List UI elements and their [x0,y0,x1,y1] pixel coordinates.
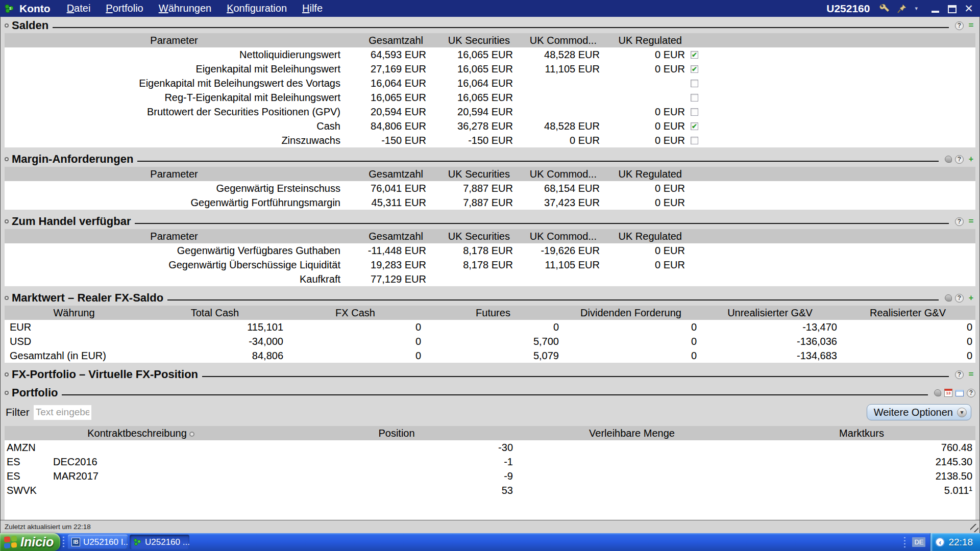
balance-row: Eigenkapital mit Beleihungswert des Vort… [5,76,975,90]
cell-total: 45,311 EUR [344,195,429,210]
section-toggle-icon[interactable] [5,219,9,223]
section-header-salden: Salden [1,18,979,33]
start-button[interactable]: Inicio [0,533,60,551]
section-toggle-icon[interactable] [5,296,9,300]
start-label: Inicio [20,535,54,549]
cell-price: 2145.30 [689,455,975,469]
sort-icon[interactable] [189,432,194,437]
margin-column-headers: Parameter Gesamtzahl UK Securities UK Co… [5,167,975,181]
cell-total: -150 EUR [344,133,429,147]
cell-parameter: Gegenwärtig Ersteinschuss [5,181,344,195]
help-icon[interactable] [955,21,964,30]
taskbar-item-tws-login[interactable]: IB U252160 I... [68,535,128,549]
calendar-icon[interactable] [944,389,952,397]
language-indicator[interactable]: DE [912,537,925,547]
minimize-button[interactable] [929,3,941,14]
cell-total: 27,169 EUR [344,62,429,76]
symbol: ES [5,455,53,469]
chevron-down-icon[interactable] [957,408,967,417]
row-checkbox[interactable]: ✔ [691,122,698,130]
cell-price: 5.011¹ [689,483,975,497]
cell-total: 84,806 EUR [344,119,429,133]
help-icon[interactable] [967,389,975,397]
section-title: Salden [12,19,48,32]
position-row: ESMAR2017 -9 2138.50 [5,469,975,483]
cell-uk-securities [429,272,516,286]
section-header-fx-portfolio: FX-Portfolio – Virtuelle FX-Position [1,367,979,382]
cell-dividenden: 0 [562,334,700,348]
more-options-button[interactable]: Weitere Optionen [867,404,971,420]
titlebar-dropdown-icon[interactable]: ▾ [915,5,918,12]
cell-uk-regulated: 0 EUR [603,47,688,62]
row-checkbox[interactable] [691,80,698,87]
cell-position: -30 [235,440,516,455]
collapse-icon[interactable] [967,217,975,226]
taskbar-item-account-window[interactable]: U252160 ... [130,535,189,549]
section-toggle-icon[interactable] [5,23,9,28]
wrench-icon[interactable] [879,3,890,14]
help-icon[interactable] [955,217,964,226]
row-checkbox[interactable] [691,94,698,102]
cell-total-cash: 84,806 [143,348,286,363]
cell-uk-commodities [516,90,603,105]
col-uk-commodities: UK Commod... [516,229,603,243]
cell-total: 19,283 EUR [344,258,429,272]
cell-uk-regulated [603,272,688,286]
row-checkbox[interactable] [691,137,698,144]
position-row: AMZN -30 760.48 [5,440,975,455]
row-checkbox[interactable] [691,108,698,116]
menu-item-portfolio[interactable]: Portfolio [106,3,143,14]
cell-total: 20,594 EUR [344,105,429,119]
margin-row: Gegenwärtig Ersteinschuss 76,041 EUR 7,8… [5,181,975,195]
menu-item-hilfe[interactable]: Hilfe [302,3,323,14]
hide-icons-chevron[interactable] [935,537,945,547]
cell-total: 16,064 EUR [344,76,429,90]
collapse-icon[interactable] [967,21,975,30]
col-kontraktbeschreibung[interactable]: Kontraktbeschreibung [5,426,277,440]
cell-uk-commodities: 48,528 EUR [516,119,603,133]
row-checkbox[interactable]: ✔ [691,51,698,59]
expand-icon[interactable] [967,294,975,303]
help-icon[interactable] [955,294,964,303]
hand-icon[interactable] [934,389,941,396]
section-toggle-icon[interactable] [5,157,9,161]
menu-item-waehrungen[interactable]: Währungen [159,3,211,14]
help-icon[interactable] [955,155,964,164]
window-panel-icon[interactable] [955,390,964,396]
section-toggle-icon[interactable] [5,372,9,377]
cell-uk-commodities: 37,423 EUR [516,195,603,210]
cell-uk-securities: 20,594 EUR [429,105,516,119]
row-checkbox[interactable]: ✔ [691,65,698,73]
cell-uk-commodities: 11,105 EUR [516,62,603,76]
cell-lendable [516,455,689,469]
collapse-icon[interactable] [967,370,975,379]
menu-item-datei[interactable]: Datei [67,3,91,14]
balance-row: Zinszuwachs -150 EUR -150 EUR 0 EUR 0 EU… [5,133,975,147]
close-button[interactable]: ✕ [963,3,975,14]
portfolio-column-headers: Kontraktbeschreibung Position Verleihbar… [5,426,975,440]
tray-clock: 22:18 [948,537,973,548]
cell-total-cash: 115,101 [143,320,286,334]
hand-icon[interactable] [945,294,952,302]
help-icon[interactable] [955,370,964,379]
expand-icon[interactable] [967,155,975,164]
col-marktkurs: Marktkurs [748,426,975,440]
cell-total: -11,448 EUR [344,243,429,258]
pin-icon[interactable] [896,3,908,14]
section-toggle-icon[interactable] [5,391,9,395]
resize-grip[interactable] [970,524,978,532]
expiry: MAR2017 [53,470,99,482]
margin-row: Gegenwärtig Fortführungsmargin 45,311 EU… [5,195,975,210]
section-rule [62,394,928,395]
cell-uk-securities: 7,887 EUR [429,195,516,210]
filter-input[interactable] [34,405,91,420]
hand-icon[interactable] [945,156,952,163]
cell-uk-commodities [516,105,603,119]
cell-uk-regulated: 0 EUR [603,195,688,210]
fx-column-headers: Währung Total Cash FX Cash Futures Divid… [5,306,975,320]
menu-item-konfiguration[interactable]: Konfiguration [227,3,287,14]
maximize-button[interactable] [946,3,958,14]
cell-position: -9 [235,469,516,483]
cell-total: 64,593 EUR [344,47,429,62]
portfolio-table: AMZN -30 760.48 ESDEC2016 -1 2145.30 ESM… [5,440,975,520]
